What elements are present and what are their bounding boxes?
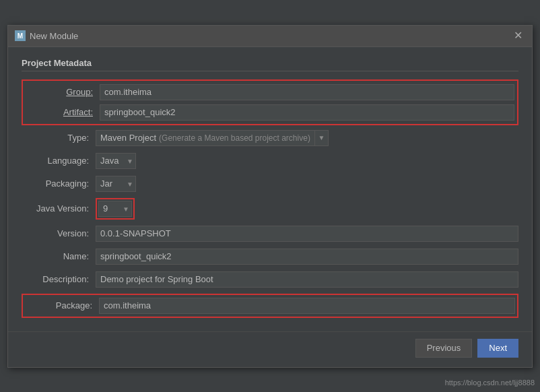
- java-version-label: Java Version:: [22, 203, 96, 214]
- package-label: Package:: [25, 300, 99, 311]
- watermark: https://blog.csdn.net/ljj8888: [445, 379, 535, 387]
- java-version-row: Java Version: 9 ▼: [22, 198, 518, 220]
- name-label: Name:: [22, 251, 96, 261]
- java-version-select[interactable]: 9: [98, 201, 132, 217]
- packaging-row: Packaging: Jar ▼: [22, 175, 518, 193]
- description-input[interactable]: [96, 271, 518, 288]
- type-label: Type:: [22, 133, 96, 143]
- version-row: Version:: [22, 225, 518, 242]
- name-row: Name:: [22, 248, 518, 265]
- previous-button[interactable]: Previous: [415, 339, 473, 358]
- type-row: Type: Maven Project (Generate a Maven ba…: [22, 129, 518, 147]
- description-row: Description:: [22, 271, 518, 288]
- name-input[interactable]: [96, 249, 518, 265]
- language-select-wrapper: Java ▼: [96, 153, 136, 169]
- type-display: Maven Project (Generate a Maven based pr…: [96, 130, 315, 146]
- package-row: Package:: [25, 297, 515, 315]
- language-label: Language:: [22, 156, 96, 166]
- language-select[interactable]: Java: [96, 153, 136, 169]
- dialog-title: New Module: [30, 31, 78, 41]
- group-input[interactable]: [100, 84, 514, 100]
- type-dropdown-button[interactable]: ▼: [315, 130, 329, 146]
- language-row: Language: Java ▼: [22, 152, 518, 170]
- java-version-select-wrapper: 9 ▼: [98, 201, 132, 217]
- group-row: Group:: [26, 84, 514, 101]
- title-bar-left: M New Module: [15, 30, 78, 41]
- dialog-footer: Previous Next: [8, 331, 532, 367]
- artifact-input[interactable]: [100, 104, 514, 121]
- packaging-label: Packaging:: [22, 178, 96, 189]
- title-bar: M New Module ✕: [8, 26, 532, 47]
- close-button[interactable]: ✕: [511, 29, 525, 42]
- new-module-dialog: M New Module ✕ Project Metadata Group: A…: [7, 25, 533, 368]
- type-value: Maven Project: [100, 133, 156, 143]
- java-version-highlight: 9 ▼: [96, 198, 135, 220]
- group-artifact-highlight: Group: Artifact:: [22, 79, 518, 125]
- package-highlight: Package:: [22, 294, 518, 318]
- type-description: (Generate a Maven based project archive): [159, 133, 310, 143]
- version-input[interactable]: [96, 226, 518, 242]
- group-label: Group:: [26, 87, 100, 97]
- artifact-row: Artifact:: [26, 104, 514, 121]
- packaging-select[interactable]: Jar: [96, 176, 136, 192]
- section-title: Project Metadata: [22, 58, 518, 71]
- module-icon: M: [15, 30, 26, 41]
- packaging-select-wrapper: Jar ▼: [96, 176, 136, 192]
- next-button[interactable]: Next: [477, 339, 518, 358]
- version-label: Version:: [22, 228, 96, 238]
- package-input[interactable]: [99, 298, 515, 314]
- description-label: Description:: [22, 274, 96, 284]
- artifact-label: Artifact:: [26, 107, 100, 117]
- dialog-body: Project Metadata Group: Artifact: Type: …: [8, 47, 532, 331]
